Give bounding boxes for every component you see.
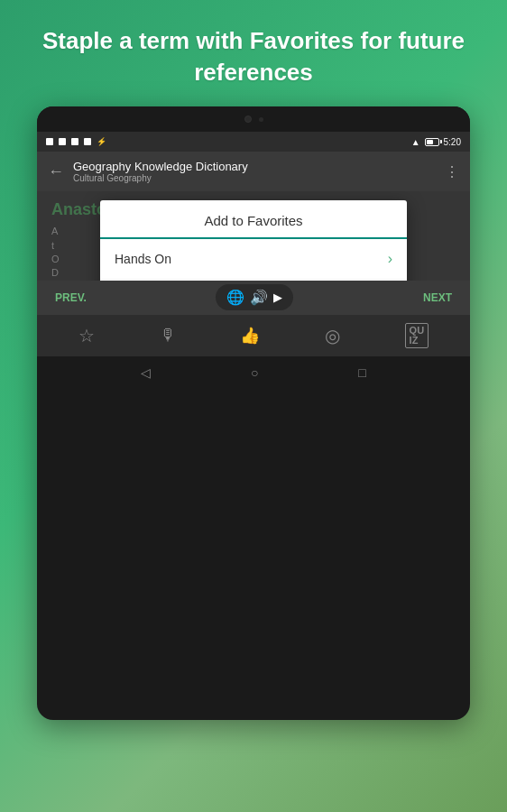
app-bar: ← Geography Knowledge Dictionary Cultura… <box>37 152 470 191</box>
quiz-nav-icon[interactable]: QUIZ <box>405 323 429 348</box>
app-subtitle: Cultural Geography <box>73 173 436 183</box>
time-display: 5:20 <box>444 137 461 147</box>
microphone-nav-icon[interactable]: 🎙 <box>160 326 176 345</box>
status-right-icons: ▲ 5:20 <box>411 137 461 147</box>
speaker-icon[interactable]: 🔊 <box>250 289 268 306</box>
status-icon-4 <box>84 138 91 145</box>
battery-icon <box>425 138 439 146</box>
hands-on-arrow: › <box>388 251 392 267</box>
favorites-nav-icon[interactable]: ☆ <box>78 325 95 346</box>
favorites-item-hands-on[interactable]: Hands On › <box>100 239 407 280</box>
status-icon-1 <box>46 138 53 145</box>
camera-dot <box>244 115 252 123</box>
back-home-button[interactable]: ◁ <box>141 365 151 380</box>
recents-button[interactable]: □ <box>358 365 365 380</box>
device-camera-bar <box>37 106 470 132</box>
wifi-icon: ▲ <box>411 137 420 147</box>
status-icon-3 <box>71 138 78 145</box>
play-icon[interactable]: ▶ <box>273 291 282 304</box>
next-button[interactable]: NEXT <box>423 291 452 304</box>
dialog-overlay: Add to Favorites Hands On › Freshly Lear… <box>37 191 470 281</box>
dialog-title: Add to Favorites <box>100 200 407 239</box>
hands-on-label: Hands On <box>115 252 171 266</box>
device-frame: ⚡ ▲ 5:20 ← Geography Knowledge Dictionar… <box>37 106 470 720</box>
page-heading: Staple a term with Favorites for future … <box>0 0 507 106</box>
bottom-controls: PREV. 🌐 🔊 ▶ NEXT <box>37 281 470 315</box>
home-bar: ◁ ○ □ <box>37 356 470 389</box>
screen-content: Anastomising AtOD Add to Favorites Hands… <box>37 191 470 281</box>
app-bar-text: Geography Knowledge Dictionary Cultural … <box>73 160 436 183</box>
more-options-button[interactable]: ⋮ <box>445 163 459 180</box>
battery-fill <box>427 140 433 144</box>
nav-bar: ☆ 🎙 👍 ◎ QUIZ <box>37 315 470 356</box>
circle-nav-icon[interactable]: ◎ <box>325 325 340 346</box>
favorites-item-freshly-learnt[interactable]: Freshly Learnt › <box>100 280 407 281</box>
charging-icon: ⚡ <box>97 137 106 146</box>
thumbs-nav-icon[interactable]: 👍 <box>240 326 260 346</box>
app-title: Geography Knowledge Dictionary <box>73 160 436 173</box>
home-button[interactable]: ○ <box>251 365 258 380</box>
back-button[interactable]: ← <box>48 162 64 181</box>
status-icon-2 <box>59 138 66 145</box>
add-to-favorites-dialog: Add to Favorites Hands On › Freshly Lear… <box>100 200 407 281</box>
media-controls: 🌐 🔊 ▶ <box>216 284 293 310</box>
prev-button[interactable]: PREV. <box>55 291 87 304</box>
globe-icon[interactable]: 🌐 <box>226 289 244 306</box>
status-bar: ⚡ ▲ 5:20 <box>37 132 470 152</box>
status-left-icons: ⚡ <box>46 137 106 146</box>
speaker-dot <box>259 117 263 122</box>
